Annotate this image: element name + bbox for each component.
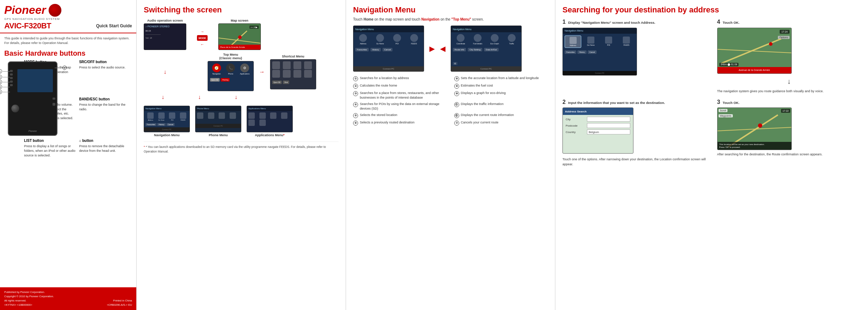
hardware-content: Pioneer 1 2 3 4 [0,60,136,173]
nav-item-10: ⑩ Displays a graph for eco-driving [454,91,548,100]
num-5: 5 [0,90,10,94]
down-arrows-row: ↓ ↓ ↓ [144,94,339,100]
step4-desc: The navigation system gives you route gu… [717,89,861,94]
addr-fields: City Postcode Country Belgium [563,115,633,136]
device-btn-1 [10,70,13,72]
step-4-header: 4 Touch OK. [717,19,861,25]
traffic-icon: Traffic [504,34,520,45]
device-screen [17,69,53,92]
touch-option-text: Touch one of the options. After narrowin… [562,157,707,167]
apps-menu-screen-box: Applications Menu Applications Menu* [247,106,293,138]
device-knob [11,105,19,112]
audio-screen-label: Audio operation screen [147,19,183,22]
map-screen-label: Map screen [231,19,248,22]
nav-screen-2-header: Navigation Menu [451,26,521,32]
search-title: Searching for your destination by addres… [562,5,861,15]
touch-instruction: Touch Home on the map screen and touch N… [353,17,548,22]
map-screen: >> 20▶ Place de la Grande Armée [218,23,261,50]
phone-menu-bottom-label: Phone Menu [209,133,228,137]
top-menu-screen: 🧭 Navigation 📞 Phone ⚙ Applications Ejec… [208,61,254,91]
postcode-field-row: Postcode [566,123,630,128]
city-input[interactable] [587,117,630,122]
nav-item-3: ③ Searches for a place from stores, rest… [353,91,447,100]
top-menu-label: Top Menu(Classic menu) [219,53,242,60]
btn-home-desc: ⌂ button Press to remove the detachable … [79,138,132,173]
step-2-section: 2 Input the information that you want to… [562,99,707,167]
eco-icon: Eco Graph [487,34,503,45]
coord-icon: Coordinate [453,34,469,45]
connect-pc-1: Connect PC [353,66,424,71]
basic-hardware-title: Basic Hardware buttons [0,48,136,60]
shortcut-screen: Eject SD Disk [270,59,316,89]
nav-mock-screen-1: Navigation Menu Address Go Home POI FEED… [353,26,424,72]
num-6: 6 [55,66,67,70]
nav-item-9: ⑨ Estimates the fuel cost [454,83,548,89]
arrow-right-2: → [259,69,265,75]
nav-item-2: ② Calculates the route home [353,83,447,89]
search-steps-grid: 1 Display "Navigation Menu" screen and t… [562,19,861,167]
feeds-icon: FEEDS [406,34,422,45]
bottom-screens-row: Navigation Menu Address Go Home POI FEED… [144,106,339,138]
btn-list-desc: LIST button Press to display a list of s… [24,138,77,173]
nav-icons-grid-2: Coordinate Fuel details Eco Graph Traffi… [451,32,521,46]
nav-item-8: ⑧ Sets the accurate location from a lati… [454,76,548,81]
device-btn-3 [10,77,13,79]
shortcut-menu-box: Shortcut Menu Eject SD Disk [270,55,316,89]
svg-point-10 [758,123,762,128]
step-3-header: 3 Touch OK. [717,99,861,105]
pioneer-logo-text: Pioneer [4,4,46,17]
nav-menu-title: Navigation Menu [353,5,548,15]
nav-menu-panel: Navigation Menu Touch Home on the map sc… [346,0,555,310]
svg-point-6 [769,42,773,46]
addr-search-header: Address Search [563,108,633,115]
device-btn-7 [53,103,55,106]
shortcut-menu-label: Shortcut Menu [282,55,304,58]
nav-item-4: ④ Searches for POIs by using the data on… [353,102,447,111]
audio-screen-box: Audio operation screen ♪ PIONEER STEREO … [144,19,186,50]
country-field-row: Country Belgium [566,129,630,134]
top-screens-row: Audio operation screen ♪ PIONEER STEREO … [144,19,339,50]
device-brand-label: Pioneer [9,130,57,132]
step2-screen: Address Search City Postcode Country Bel… [562,107,633,154]
nav-mock-screen-2: Navigation Menu Coordinate Fuel details … [451,26,522,72]
top-menu-box: Top Menu(Classic menu) 🧭 Navigation 📞 Ph… [208,53,254,91]
nav-screen-1-header: Navigation Menu [353,26,424,32]
switching-panel: Switching the screen Audio operation scr… [137,0,346,310]
gohome-icon: Go Home [372,34,388,45]
step-4-section: 4 Touch OK. 17:24 Options Avenue de la G… [717,19,861,94]
step-3-section: 3 Touch OK. 17:22 Scroll Waypoints This … [717,99,861,167]
nav-item-7: ⑦ Cancels your current route [454,120,548,126]
phone-icon: 📞 Phone [224,63,237,75]
connect-pc-2: Connect PC [451,66,521,71]
phone-menu-screen-box: Phone Menu Connect PC Phone Menu [195,106,241,138]
apps-icon: ⚙ Applications [238,63,251,75]
model-row: AVIC-F320BT Quick Start Guide [4,21,132,31]
arrow-down-3: ↓ [198,94,201,100]
device-btn-2 [10,73,13,76]
apps-menu-bottom-label: Applications Menu* [255,133,285,137]
step4-screen: 17:24 Options Avenue de la Grande Armée … [717,28,792,74]
postcode-input[interactable] [587,123,630,128]
device-body: Pioneer 1 2 3 4 [8,61,57,136]
phone-menu-screen: Phone Menu Connect PC [195,106,241,132]
nav-screen-2-box: Navigation Menu Coordinate Fuel details … [451,26,522,72]
num-4: 4 [0,85,10,89]
num-1: 1 [0,69,10,73]
gps-text: GPS NAVIGATION AUDIO SYSTEM [4,17,132,21]
arrow-down-1: ↓ [144,69,186,75]
footer-right: Printed in China <CRB3290-A/S-> EU [107,299,132,307]
switching-title: Switching the screen [144,5,339,15]
middle-menu-row: ↓ Top Menu(Classic menu) 🧭 Navigation 📞 … [144,53,339,91]
quick-start-label: Quick Start Guide [96,23,132,28]
intro-text: This guide is intended to guide you thro… [0,33,136,48]
step-1-header: 1 Display "Navigation Menu" screen and t… [562,19,707,25]
device-btn-4 [10,81,13,83]
country-input[interactable]: Belgium [587,129,630,134]
nav-icons-grid-1: Address Go Home POI FEEDS [353,32,424,46]
step3-screen: 17:22 Scroll Waypoints This location wil… [717,107,792,150]
apps-menu-screen: Applications Menu [247,106,293,132]
nav-item-12: ⑫ Displays the current route information [454,113,548,118]
pioneer-logo-circle [49,4,61,17]
city-field-row: City [566,117,630,122]
model-name: AVIC-F320BT [4,21,51,31]
